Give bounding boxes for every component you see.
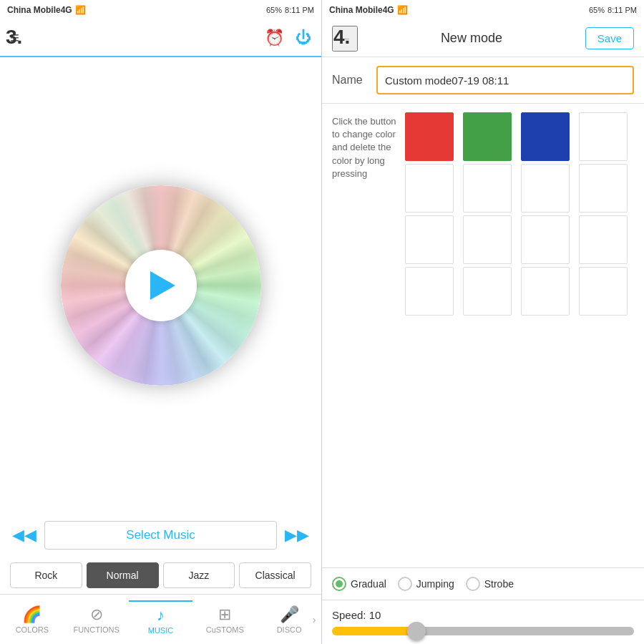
color-cell-red[interactable] (405, 112, 454, 161)
nav-item-functions[interactable]: ⊘ FUNCTIONS (64, 601, 129, 638)
radio-label-gradual: Gradual (351, 578, 386, 590)
radio-circle-gradual (332, 577, 346, 591)
color-cell-empty-8[interactable] (521, 215, 570, 264)
functions-icon: ⊘ (90, 605, 103, 624)
color-cell-empty-13[interactable] (579, 267, 628, 316)
radio-label-jumping: Jumping (416, 578, 454, 590)
colors-label: COLORS (16, 625, 49, 634)
color-cell-empty-9[interactable] (579, 215, 628, 264)
customs-label: CuSTOMS (206, 625, 244, 634)
color-cell-empty-10[interactable] (405, 267, 454, 316)
nav-item-music[interactable]: ♪ MUSIC (129, 600, 193, 639)
genre-tabs: Rock Normal Jazz Classical (0, 557, 321, 594)
carrier-left: China Mobile4G 📶 (7, 5, 86, 15)
genre-tab-rock[interactable]: Rock (10, 562, 82, 588)
page-title: New mode (441, 31, 502, 46)
app-header-left: ≡ ⏰ ⏻ (0, 20, 321, 57)
radio-circle-jumping (398, 577, 412, 591)
music-controls: ◀◀ Select Music ▶▶ (0, 514, 321, 557)
functions-label: FUNCTIONS (74, 625, 119, 634)
time-battery-left: 65% 8:11 PM (266, 6, 314, 14)
next-button[interactable]: ▶▶ (283, 521, 311, 550)
carrier-text-right: China Mobile4G (329, 5, 394, 15)
step-4-label: 4. (333, 26, 350, 49)
genre-tab-normal[interactable]: Normal (87, 562, 159, 588)
color-grid-container (405, 112, 634, 559)
carrier-text-left: China Mobile4G (7, 5, 72, 15)
save-button[interactable]: Save (585, 27, 634, 49)
colors-icon: 🌈 (22, 605, 42, 624)
status-bar-right: China Mobile4G 📶 65% 8:11 PM (322, 0, 644, 20)
left-panel: China Mobile4G 📶 65% 8:11 PM ≡ ⏰ ⏻ ◀◀ Se… (0, 0, 322, 644)
color-cell-empty-6[interactable] (405, 215, 454, 264)
cd-container (61, 185, 261, 386)
header-icons: ⏰ ⏻ (265, 29, 311, 47)
radio-section: Gradual Jumping Strobe (322, 567, 644, 600)
genre-tab-jazz[interactable]: Jazz (163, 562, 235, 588)
status-bar-left: China Mobile4G 📶 65% 8:11 PM (0, 0, 321, 20)
signal-icon: 📶 (75, 5, 86, 15)
radio-jumping[interactable]: Jumping (398, 577, 454, 591)
battery-left: 65% (266, 6, 282, 14)
select-music-button[interactable]: Select Music (44, 521, 277, 550)
nav-more-icon[interactable]: › (307, 602, 321, 638)
speed-label: Speed: 10 (332, 609, 634, 621)
bottom-nav: 🌈 COLORS ⊘ FUNCTIONS ♪ MUSIC ⊞ CuSTOMS 🎤… (0, 594, 321, 644)
radio-label-strobe: Strobe (484, 578, 514, 590)
name-input[interactable] (376, 66, 634, 94)
color-cell-empty-12[interactable] (521, 267, 570, 316)
time-right: 8:11 PM (608, 6, 637, 14)
step-3-label: 3. (6, 26, 22, 49)
color-cell-empty-4[interactable] (521, 164, 570, 213)
color-cell-empty-2[interactable] (405, 164, 454, 213)
signal-icon-right: 📶 (397, 5, 408, 15)
music-label: MUSIC (148, 626, 173, 635)
carrier-right: China Mobile4G 📶 (329, 5, 408, 15)
color-cell-blue[interactable] (521, 112, 570, 161)
speed-slider[interactable] (332, 627, 634, 635)
genre-tab-classical[interactable]: Classical (239, 562, 311, 588)
time-battery-right: 65% 8:11 PM (589, 6, 637, 14)
play-icon (150, 271, 175, 300)
music-icon: ♪ (157, 606, 165, 625)
disco-label: DISCO (277, 625, 302, 634)
nav-item-customs[interactable]: ⊞ CuSTOMS (192, 601, 257, 638)
prev-button[interactable]: ◀◀ (10, 521, 39, 550)
radio-strobe[interactable]: Strobe (466, 577, 514, 591)
battery-right: 65% (589, 6, 605, 14)
cd-area (0, 57, 321, 514)
color-cell-empty-1[interactable] (579, 112, 628, 161)
cd-center[interactable] (125, 250, 197, 321)
time-left: 8:11 PM (285, 6, 314, 14)
color-grid (405, 112, 634, 316)
power-icon[interactable]: ⏻ (296, 29, 311, 47)
radio-gradual[interactable]: Gradual (332, 577, 386, 591)
speed-section: Speed: 10 (322, 600, 644, 644)
alarm-icon[interactable]: ⏰ (265, 29, 284, 47)
nav-item-colors[interactable]: 🌈 COLORS (0, 601, 64, 638)
customs-icon: ⊞ (218, 605, 231, 624)
disco-icon: 🎤 (280, 605, 299, 624)
right-panel: China Mobile4G 📶 65% 8:11 PM ← New mode … (322, 0, 644, 644)
slider-thumb[interactable] (407, 622, 426, 640)
radio-circle-strobe (466, 577, 480, 591)
right-app-header: ← New mode Save (322, 20, 644, 57)
color-cell-empty-3[interactable] (463, 164, 512, 213)
color-cell-empty-11[interactable] (463, 267, 512, 316)
color-hint: Click the button to change color and del… (332, 112, 396, 559)
name-row: Name (322, 57, 644, 104)
name-label: Name (332, 74, 368, 87)
color-section: Click the button to change color and del… (322, 104, 644, 567)
color-cell-green[interactable] (463, 112, 512, 161)
color-cell-empty-7[interactable] (463, 215, 512, 264)
color-cell-empty-5[interactable] (579, 164, 628, 213)
